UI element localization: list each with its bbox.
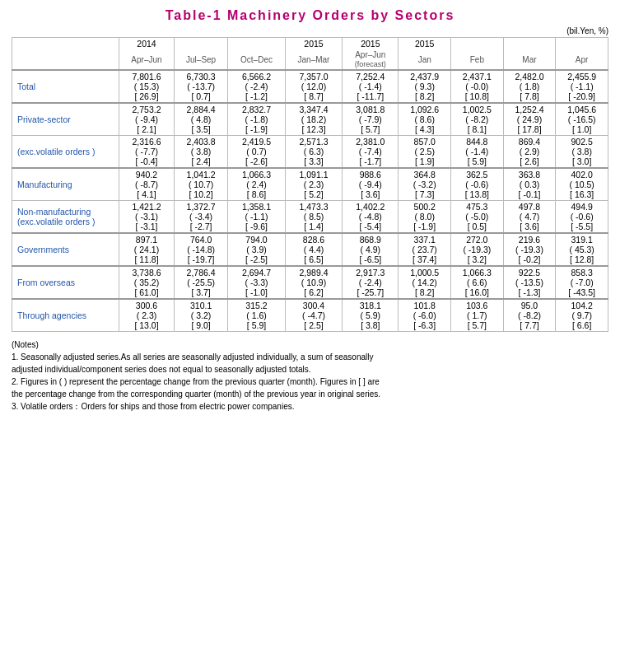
row-label-5: Governments [12, 233, 119, 266]
cell-r5-c4: 868.9( 4.9)[ -6.5] [343, 233, 399, 266]
cell-r2-c3: 2,571.3( 6.3)[ 3.3] [285, 136, 342, 169]
header-oct-dec: Oct–Dec [228, 49, 285, 70]
cell-r7-c7: 95.0( -8.2)[ 7.7] [503, 299, 556, 332]
note-0: (Notes) [12, 338, 608, 351]
cell-r6-c6: 1,066.3( 6.6)[ 16.0] [451, 266, 504, 299]
row-label-7: Through agencies [12, 299, 119, 332]
header-jan-mar: Jan–Mar [285, 49, 342, 70]
header-jan: Jan [399, 49, 451, 70]
cell-r5-c5: 337.1( 23.7)[ 37.4] [399, 233, 451, 266]
notes-section: (Notes)1. Seasonally adjusted series.As … [12, 338, 608, 413]
cell-r2-c8: 902.5( 3.8)[ 3.0] [556, 136, 608, 169]
cell-r3-c7: 363.8( 0.3)[ -0.1] [503, 168, 556, 201]
header-2015a: 2015 [285, 38, 342, 50]
row-label-6: From overseas [12, 266, 119, 299]
cell-r6-c8: 858.3( -7.0)[ -43.5] [556, 266, 608, 299]
cell-r4-c8: 494.9( -0.6)[ -5.5] [556, 201, 608, 234]
header-apr-jun-forecast: Apr–Jun (forecast) [343, 49, 399, 70]
cell-r0-c8: 2,455.9( -1.1)[ -20.9] [556, 70, 608, 103]
main-table: 2014 2015 2015 2015 Apr–Jun Jul–Sep Oct–… [12, 37, 608, 332]
cell-r1-c6: 1,002.5( -8.2)[ 8.1] [451, 103, 504, 136]
row-label-3: Manufacturing [12, 168, 119, 201]
table-row: Governments897.1( 24.1)[ 11.8]764.0( -14… [12, 233, 608, 266]
header-empty3 [451, 38, 504, 50]
cell-r3-c6: 362.5( -0.6)[ 13.8] [451, 168, 504, 201]
cell-r6-c4: 2,917.3( -2.4)[ -25.7] [343, 266, 399, 299]
cell-r0-c7: 2,482.0( 1.8)[ 7.8] [503, 70, 556, 103]
cell-r3-c8: 402.0( 10.5)[ 16.3] [556, 168, 608, 201]
cell-r0-c6: 2,437.1( -0.0)[ 10.8] [451, 70, 504, 103]
cell-r3-c2: 1,066.3( 2.4)[ 8.6] [228, 168, 285, 201]
cell-r5-c8: 319.1( 45.3)[ 12.8] [556, 233, 608, 266]
header-2015c: 2015 [399, 38, 451, 50]
table-row: Total7,801.6( 15.3)[ 26.9]6,730.3( -13.7… [12, 70, 608, 103]
cell-r5-c3: 828.6( 4.4)[ 6.5] [285, 233, 342, 266]
cell-r1-c0: 2,753.2( -9.4)[ 2.1] [119, 103, 175, 136]
cell-r1-c2: 2,832.7( -1.8)[ -1.9] [228, 103, 285, 136]
cell-r4-c4: 1,402.2( -4.8)[ -5.4] [343, 201, 399, 234]
cell-r6-c2: 2,694.7( -3.3)[ -1.0] [228, 266, 285, 299]
cell-r7-c5: 101.8( -6.0)[ -6.3] [399, 299, 451, 332]
cell-r3-c0: 940.2( -8.7)[ 4.1] [119, 168, 175, 201]
cell-r5-c0: 897.1( 24.1)[ 11.8] [119, 233, 175, 266]
header-jul-sep: Jul–Sep [174, 49, 227, 70]
table-row: Manufacturing940.2( -8.7)[ 4.1]1,041.2( … [12, 168, 608, 201]
cell-r6-c7: 922.5( -13.5)[ -1.3] [503, 266, 556, 299]
cell-r7-c3: 300.4( -4.7)[ 2.5] [285, 299, 342, 332]
cell-r1-c5: 1,092.6( 8.6)[ 4.3] [399, 103, 451, 136]
header-mar: Mar [503, 49, 556, 70]
cell-r0-c1: 6,730.3( -13.7)[ 0.7] [174, 70, 227, 103]
cell-r0-c0: 7,801.6( 15.3)[ 26.9] [119, 70, 175, 103]
cell-r3-c1: 1,041.2( 10.7)[ 10.2] [174, 168, 227, 201]
cell-r6-c3: 2,989.4( 10.9)[ 6.2] [285, 266, 342, 299]
cell-r0-c2: 6,566.2( -2.4)[ -1.2] [228, 70, 285, 103]
cell-r3-c4: 988.6( -9.4)[ 3.6] [343, 168, 399, 201]
cell-r4-c1: 1,372.7( -3.4)[ -2.7] [174, 201, 227, 234]
cell-r7-c8: 104.2( 9.7)[ 6.6] [556, 299, 608, 332]
cell-r1-c3: 3,347.4( 18.2)[ 12.3] [285, 103, 342, 136]
header-feb: Feb [451, 49, 504, 70]
note-3: 2. Figures in ( ) represent the percenta… [12, 376, 608, 388]
cell-r4-c7: 497.8( 4.7)[ 3.6] [503, 201, 556, 234]
cell-r5-c7: 219.6( -19.3)[ -0.2] [503, 233, 556, 266]
cell-r4-c6: 475.3( -5.0)[ 0.5] [451, 201, 504, 234]
row-label-4: Non-manufacturing(exc.volatile orders ) [12, 201, 119, 234]
row-label-2: (exc.volatile orders ) [12, 136, 119, 169]
cell-r2-c2: 2,419.5( 0.7)[ -2.6] [228, 136, 285, 169]
cell-r4-c2: 1,358.1( -1.1)[ -9.6] [228, 201, 285, 234]
cell-r0-c4: 7,252.4( -1.4)[ -11.7] [343, 70, 399, 103]
cell-r4-c5: 500.2( 8.0)[ -1.9] [399, 201, 451, 234]
table-row: From overseas3,738.6( 35.2)[ 61.0]2,786.… [12, 266, 608, 299]
cell-r6-c0: 3,738.6( 35.2)[ 61.0] [119, 266, 175, 299]
unit-label: (bil.Yen, %) [12, 26, 608, 35]
header-empty2 [228, 38, 285, 50]
cell-r2-c4: 2,381.0( -7.4)[ -1.7] [343, 136, 399, 169]
header-empty4 [503, 38, 556, 50]
cell-r6-c1: 2,786.4( -25.5)[ 3.7] [174, 266, 227, 299]
header-empty1 [174, 38, 227, 50]
row-label-1: Private-sector [12, 103, 119, 136]
table-row: Private-sector2,753.2( -9.4)[ 2.1]2,884.… [12, 103, 608, 136]
header-2014: 2014 [119, 38, 175, 50]
cell-r2-c5: 857.0( 2.5)[ 1.9] [399, 136, 451, 169]
cell-r1-c1: 2,884.4( 4.8)[ 3.5] [174, 103, 227, 136]
row-label-0: Total [12, 70, 119, 103]
cell-r6-c5: 1,000.5( 14.2)[ 8.2] [399, 266, 451, 299]
cell-r2-c7: 869.4( 2.9)[ 2.6] [503, 136, 556, 169]
cell-r5-c6: 272.0( -19.3)[ 3.2] [451, 233, 504, 266]
note-4: the percentage change from the correspon… [12, 388, 608, 400]
page-title: Table-1 Machinery Orders by Sectors [12, 8, 608, 23]
cell-r4-c0: 1,421.2( -3.1)[ -3.1] [119, 201, 175, 234]
note-5: 3. Volatile orders：Orders for ships and … [12, 400, 608, 413]
note-2: adjusted individual/component series doe… [12, 363, 608, 376]
cell-r3-c3: 1,091.1( 2.3)[ 5.2] [285, 168, 342, 201]
cell-r2-c6: 844.8( -1.4)[ 5.9] [451, 136, 504, 169]
note-1: 1. Seasonally adjusted series.As all ser… [12, 351, 608, 363]
cell-r4-c3: 1,473.3( 8.5)[ 1.4] [285, 201, 342, 234]
header-2015b: 2015 [343, 38, 399, 50]
cell-r5-c1: 764.0( -14.8)[ -19.7] [174, 233, 227, 266]
cell-r1-c7: 1,252.4( 24.9)[ 17.8] [503, 103, 556, 136]
header-label-col [12, 38, 119, 71]
cell-r1-c4: 3,081.8( -7.9)[ 5.7] [343, 103, 399, 136]
header-empty5 [556, 38, 608, 50]
